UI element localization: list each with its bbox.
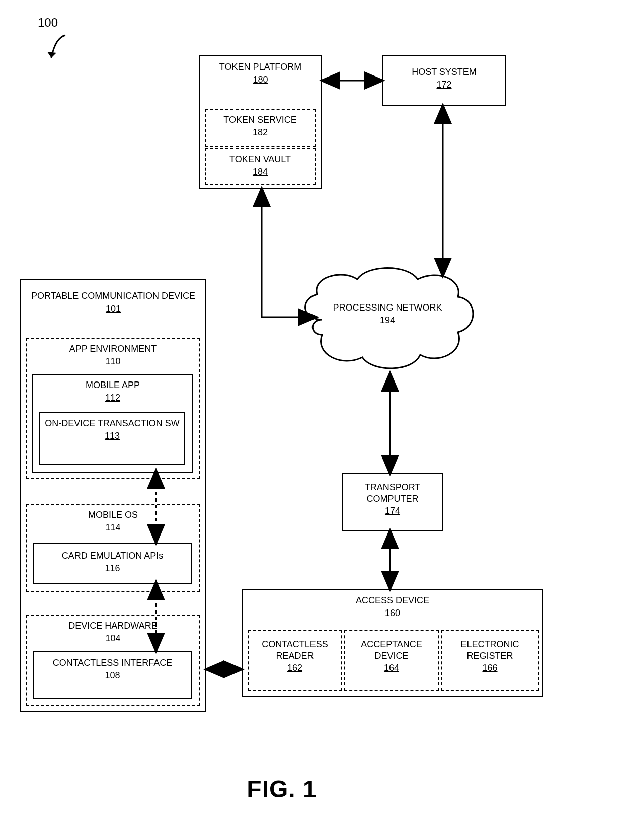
figure-caption: FIG. 1 <box>0 775 564 803</box>
conn-token-network <box>262 190 315 317</box>
